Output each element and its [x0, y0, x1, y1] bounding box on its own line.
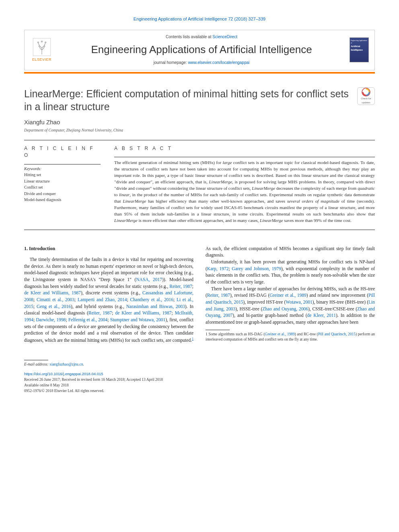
keyword-item: Model-based diagnosis	[24, 197, 101, 203]
t: ;	[172, 310, 175, 315]
citation-link[interactable]: Felfernig et al., 2004	[68, 317, 107, 322]
t: As such, the efficient computation of MH…	[206, 246, 375, 258]
keywords-heading: Keywords:	[24, 164, 101, 172]
t: quadratic	[358, 186, 375, 191]
contents-line: Contents lists available at ScienceDirec…	[59, 34, 344, 40]
journal-banner: ELSEVIER Contents lists available at Sci…	[24, 30, 375, 70]
t: ) and related new improvement (	[306, 293, 368, 298]
footnote-rule	[206, 330, 230, 330]
t: ) and RC-tree (	[295, 332, 318, 336]
citation-link[interactable]: Darwiche, 1998	[36, 317, 66, 322]
section-heading: 1. Introduction	[24, 245, 193, 252]
author-name: Xiangfu Zhao	[24, 118, 375, 127]
publisher-logo: ELSEVIER	[30, 37, 53, 63]
t: ;	[33, 304, 37, 309]
citation-link[interactable]: Geng et al., 2016	[37, 304, 71, 309]
citation-link[interactable]: Reiter, 1987	[169, 284, 192, 289]
citation-link[interactable]: de Kleer and Williams, 1987	[24, 290, 81, 295]
svg-point-4	[44, 45, 45, 47]
sciencedirect-link[interactable]: ScienceDirect	[212, 35, 237, 39]
t: several orders of magnitude	[287, 199, 339, 203]
t: large	[222, 160, 232, 165]
keywords-list: Hitting set Linear structure Conflict se…	[24, 172, 101, 203]
t: ), revised HS-DAG (	[230, 293, 269, 298]
article-title: LinearMerge: Efficient computation of mi…	[24, 87, 349, 113]
divider	[24, 140, 375, 140]
orange-divider	[24, 72, 375, 74]
check-for-updates-badge[interactable]: Check for updates	[357, 87, 375, 105]
citation-link[interactable]: Cimatti et al., 2003	[37, 297, 74, 302]
keyword-item: Hitting set	[24, 172, 101, 178]
copyright-line: 0952-1976/© 2018 Elsevier Ltd. All right…	[24, 388, 375, 394]
t: ;	[74, 297, 78, 302]
citation-link[interactable]: Wotawa, 2001	[286, 300, 312, 304]
svg-point-3	[38, 45, 39, 47]
running-header: Engineering Applications of Artificial I…	[24, 16, 375, 23]
homepage-link[interactable]: www.elsevier.com/locate/engappai	[188, 60, 249, 65]
footnote-marker[interactable]: 1	[192, 337, 193, 341]
citation-link[interactable]: Greiner et al., 1989	[265, 332, 294, 336]
t: to	[114, 192, 119, 197]
t: decreases the complexity of each merge f…	[275, 186, 358, 191]
homepage-line: journal homepage: www.elsevier.com/locat…	[59, 60, 344, 66]
crossmark-icon	[362, 88, 370, 97]
article-history: Received 26 June 2017; Received in revis…	[24, 377, 375, 383]
svg-point-2	[45, 41, 47, 43]
email-suffix: .	[83, 362, 84, 366]
t: ;	[173, 297, 177, 302]
t: is more efficient than other efficient a…	[138, 218, 260, 223]
cover-line-2: Artificial Intelligence	[351, 45, 368, 51]
author-affiliation: Department of Computer, Zhejiang Normal …	[24, 127, 375, 134]
citation-link[interactable]: Chanthery et al., 2016	[130, 297, 173, 302]
t: LinearMerge	[114, 218, 138, 223]
article-info-block: A R T I C L E I N F O Keywords: Hitting …	[24, 145, 101, 224]
email-label: E-mail address:	[24, 362, 49, 366]
t: ), binary HS-tree (BHS-tree) (	[313, 300, 368, 304]
t: ), discrete event systems (e.g.,	[81, 290, 142, 295]
publisher-name: ELSEVIER	[32, 57, 51, 62]
journal-cover-thumb: Engineering Applications of Artificial I…	[350, 37, 369, 62]
article-footer: E-mail address: xiangfuzhao@zjnu.cn. htt…	[24, 360, 375, 394]
footer-rule	[24, 360, 48, 360]
footnote-text: 1 Some algorithms such as HS-DAG (Greine…	[206, 332, 375, 343]
citation-link[interactable]: Karp, 1972	[207, 266, 229, 271]
citation-link[interactable]: Reiter, 1987	[207, 293, 230, 298]
citation-link[interactable]: Reiter, 1987	[88, 310, 112, 315]
svg-point-7	[364, 90, 368, 94]
doi-link[interactable]: https://doi.org/10.1016/j.engappai.2018.…	[24, 372, 103, 376]
citation-link[interactable]: Greiner et al., 1989	[269, 293, 306, 298]
citation-link[interactable]: NASA, 2017	[136, 277, 162, 282]
t: ), HSSE-tree (	[235, 306, 262, 311]
divider	[24, 230, 375, 230]
t: ), and hybrid systems (e.g.,	[71, 304, 126, 309]
online-date: Available online 8 May 2018	[24, 383, 375, 388]
homepage-label: journal homepage:	[154, 60, 188, 65]
t: has higher efficiency than many other we…	[146, 199, 287, 203]
abstract-block: A B S T R A C T The efficient generation…	[114, 145, 375, 224]
citation-link[interactable]: Narasimhan and Biswas, 2003	[126, 304, 185, 309]
keyword-item: Linear structure	[24, 179, 101, 185]
abstract-label: A B S T R A C T	[114, 145, 375, 152]
keyword-item: Conflict set	[24, 185, 101, 191]
citation-link[interactable]: Lamperti and Zhao, 2014	[78, 297, 127, 302]
citation-link[interactable]: Zhao and Ouyang, 2006	[262, 306, 308, 311]
citation-link[interactable]: de Kleer and Williams, 1987	[115, 310, 171, 315]
t: Some algorithms such as HS-DAG (	[208, 332, 265, 336]
contents-label: Contents lists available at	[166, 35, 212, 39]
body-columns: 1. Introduction The timely determination…	[24, 245, 375, 344]
t: ), and bi-partite graph-based method (	[232, 313, 307, 318]
email-line: E-mail address: xiangfuzhao@zjnu.cn.	[24, 362, 375, 368]
t: ), CSSE-tree/CSISE-tree (	[308, 306, 357, 311]
body-paragraph: Unfortunately, it has been proven that g…	[206, 259, 375, 286]
citation-link[interactable]: de Kleer, 2011	[307, 313, 335, 318]
email-link[interactable]: xiangfuzhao@zjnu.cn	[49, 362, 83, 366]
citation-link[interactable]: Stumptner and Wotawa, 2001	[110, 317, 165, 322]
elsevier-tree-icon	[33, 38, 51, 56]
t: ;	[33, 297, 37, 302]
t: LinearMerge	[260, 218, 283, 223]
citation-link[interactable]: Pill and Quaritsch, 2015	[318, 332, 356, 336]
journal-name: Engineering Applications of Artificial I…	[59, 42, 344, 58]
badge-text-2: updates	[362, 101, 370, 105]
citation-link[interactable]: Garey and Johnson, 1979	[232, 266, 281, 271]
svg-point-5	[41, 41, 43, 43]
